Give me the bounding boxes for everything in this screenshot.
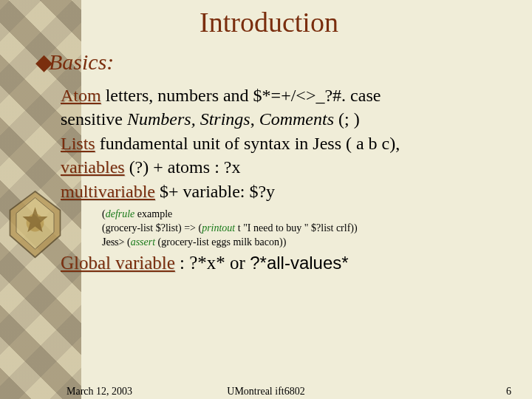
section-heading: ◆Basics: <box>35 49 502 75</box>
term-lists: Lists <box>61 134 95 153</box>
global-variable-line: Global variable : ?*x* or ?*all-values* <box>61 253 502 273</box>
footer-center: UMontreal ift6802 <box>0 386 532 398</box>
footer-page-number: 6 <box>506 386 511 398</box>
term-variables: variables <box>61 157 125 177</box>
keyword-defrule: defrule <box>106 208 135 219</box>
atom-line: Atom letters, numbers and $*=+/<>_?#. ca… <box>61 83 502 107</box>
keyword-assert: assert <box>131 236 155 248</box>
slide-title: Introduction <box>35 6 502 38</box>
term-atom: Atom <box>61 86 101 105</box>
term-global-variable: Global variable <box>61 253 175 273</box>
slide-content: Introduction ◆Basics: Atom letters, numb… <box>0 0 532 273</box>
code-example: (defrule example (grocery-list $?list) =… <box>102 208 502 250</box>
section-heading-text: Basics: <box>49 50 114 74</box>
code-line-2: (grocery-list $?list) => (printout t "I … <box>102 222 502 236</box>
code-line-3: Jess> (assert (grocery-list eggs milk ba… <box>102 236 502 250</box>
code-line-1: (defrule example <box>102 208 502 222</box>
term-multivariable: multivariable <box>61 182 155 201</box>
keyword-printout: printout <box>202 222 235 233</box>
bullet-icon: ◆ <box>35 49 49 75</box>
multivariable-line: multivariable $+ variable: $?y <box>61 180 502 203</box>
variables-line: variables (?) + atoms : ?x <box>61 155 502 179</box>
jess-prompt: Jess> <box>102 236 124 248</box>
lists-line: Lists fundamental unit of syntax in Jess… <box>61 132 502 155</box>
atom-line-2: sensitive Numbers, Strings, Comments (; … <box>61 107 502 131</box>
body-text: Atom letters, numbers and $*=+/<>_?#. ca… <box>61 83 502 203</box>
